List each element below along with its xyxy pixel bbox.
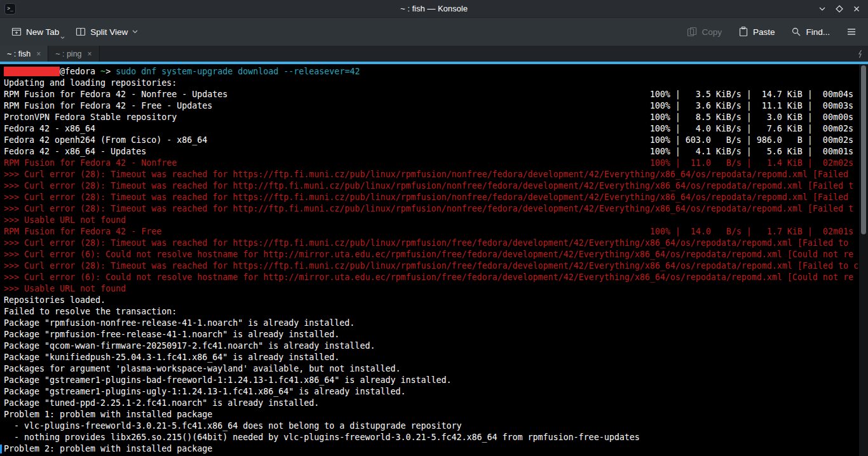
terminal-scrollbar[interactable] — [859, 64, 868, 456]
restore-button[interactable] — [834, 4, 844, 14]
terminal-line: Fedora 42 - x86_64 - Updates 100% | 4.1 … — [0, 146, 859, 158]
terminal-text: Package "kunifiedpush-25.04.3-1.fc41.x86… — [4, 352, 339, 362]
terminal-line: >>> Curl error (28): Timeout was reached… — [0, 238, 859, 249]
terminal-text: @fedora — [60, 67, 100, 76]
terminal-text: >>> Curl error (28): Timeout was reached… — [4, 238, 848, 248]
terminal-text: Failed to resolve the transaction: — [4, 307, 177, 316]
terminal-line: >>> Curl error (28): Timeout was reached… — [0, 180, 859, 192]
terminal-text: >>> Curl error (28): Timeout was reached… — [4, 170, 848, 179]
terminal-text: Updating and loading repositories: — [4, 78, 177, 88]
find-label: Find... — [806, 27, 830, 37]
scrollbar-thumb[interactable] — [861, 65, 866, 234]
terminal-line: >>> Usable URL not found — [0, 215, 859, 226]
chevron-down-icon — [132, 30, 138, 34]
terminal-line: Problem 1: problem with installed packag… — [0, 409, 859, 420]
new-tab-icon — [11, 27, 22, 37]
copy-button[interactable]: Copy — [681, 22, 728, 41]
terminal-text: Problem 2: problem with installed packag… — [4, 444, 212, 453]
terminal-line: Fedora 42 openh264 (From Cisco) - x86_64… — [0, 135, 859, 146]
main-toolbar: New Tab Split View Copy Paste — [0, 18, 868, 46]
terminal-line: Updating and loading repositories: — [0, 77, 859, 89]
terminal-line: RPM Fusion for Fedora 42 - Free 100% | 1… — [0, 226, 859, 238]
terminal-text: >>> Usable URL not found — [4, 215, 126, 225]
terminal-text: Package "gstreamer1-plugins-bad-freeworl… — [4, 375, 451, 385]
window-controls — [817, 0, 862, 18]
close-icon — [852, 4, 861, 13]
paste-icon — [738, 27, 749, 37]
terminal-text: Package "rpmfusion-nonfree-release-41-1.… — [4, 318, 355, 328]
terminal-line: RPM Fusion for Fedora 42 - Nonfree 100% … — [0, 158, 859, 169]
terminal-line: Package "rpmfusion-free-release-41-1.noa… — [0, 329, 859, 340]
find-button[interactable]: Find... — [785, 22, 836, 41]
close-button[interactable] — [851, 4, 862, 14]
redacted-username — [4, 67, 60, 76]
terminal-line: Failed to resolve the transaction: — [0, 306, 859, 318]
terminal-output: @fedora ~> sudo dnf system-upgrade downl… — [0, 64, 859, 456]
terminal-text: RPM Fusion for Fedora 42 - Free - Update… — [4, 101, 853, 111]
terminal-text: >>> Curl error (6): Could not resolve ho… — [4, 272, 853, 282]
terminal-text: RPM Fusion for Fedora 42 - Nonfree 100% … — [4, 158, 853, 168]
minimize-button[interactable] — [817, 4, 827, 14]
titlebar[interactable]: >_ ~ : fish — Konsole — [0, 0, 868, 18]
copy-icon — [687, 27, 697, 37]
terminal-line: RPM Fusion for Fedora 42 - Nonfree - Upd… — [0, 89, 859, 100]
terminal-text: >>> Usable URL not found — [4, 284, 126, 293]
terminal-text: Package "qcom-wwan-firmware-20250917-2.f… — [4, 341, 375, 351]
terminal-line: >>> Curl error (28): Timeout was reached… — [0, 192, 859, 203]
tab-ping[interactable]: ~ : ping × — [48, 46, 99, 62]
hamburger-icon — [846, 27, 857, 37]
terminal-text: ~ — [100, 67, 105, 76]
tab-close-icon[interactable]: × — [88, 50, 92, 58]
chevron-down-icon — [60, 36, 65, 39]
paste-button[interactable]: Paste — [732, 22, 782, 41]
restore-diamond-icon — [835, 4, 844, 13]
terminal-text: Repositories loaded. — [4, 295, 105, 305]
terminal-text: - nothing provides libx265.so.215()(64bi… — [4, 433, 640, 442]
tab-label: ~ : fish — [7, 50, 31, 58]
tab-close-icon[interactable]: × — [36, 50, 41, 58]
terminal-line: - vlc-plugins-freeworld-3.0.21-5.fc41.x8… — [0, 420, 859, 432]
terminal-text: Fedora 42 openh264 (From Cisco) - x86_64… — [4, 135, 853, 145]
terminal-text: Packages for argument 'plasma-workspace-… — [4, 364, 400, 373]
konsole-window: >_ ~ : fish — Konsole New Tab — [0, 0, 868, 456]
tab-bar: ~ : fish × ~ : ping × — [0, 46, 868, 63]
terminal-line: Package "qcom-wwan-firmware-20250917-2.f… — [0, 340, 859, 352]
terminal-text: Problem 1: problem with installed packag… — [4, 410, 212, 419]
terminal-line: @fedora ~> sudo dnf system-upgrade downl… — [0, 66, 859, 77]
terminal-text: Package "gstreamer1-plugins-ugly-1:1.24.… — [4, 387, 405, 396]
copy-label: Copy — [702, 27, 722, 37]
split-view-button[interactable]: Split View — [69, 22, 144, 41]
window-title: ~ : fish — Konsole — [0, 4, 868, 13]
terminal-line: >>> Usable URL not found — [0, 283, 859, 295]
terminal-line: >>> Curl error (6): Could not resolve ho… — [0, 272, 859, 283]
terminal-line: >>> Curl error (6): Could not resolve ho… — [0, 249, 859, 260]
terminal-line: Repositories loaded. — [0, 295, 859, 306]
terminal-text: sudo dnf system-upgrade download --relea… — [116, 67, 360, 76]
terminal-line: Packages for argument 'plasma-workspace-… — [0, 363, 859, 375]
terminal-line: Package "gstreamer1-plugins-bad-freeworl… — [0, 375, 859, 386]
hamburger-menu-button[interactable] — [840, 22, 863, 41]
terminal-line: Package "rpmfusion-nonfree-release-41-1.… — [0, 318, 859, 329]
konsole-app-icon: >_ — [4, 3, 16, 15]
new-tab-button[interactable]: New Tab — [5, 22, 65, 41]
terminal-text: Package "tuned-ppd-2.25.1-2.fc41.noarch"… — [4, 398, 319, 408]
tab-fish[interactable]: ~ : fish × — [0, 46, 48, 62]
terminal-text: Fedora 42 - x86_64 - Updates 100% | 4.1 … — [4, 147, 853, 156]
split-view-icon — [76, 27, 86, 37]
split-view-label: Split View — [90, 27, 128, 37]
terminal-line: Package "gstreamer1-plugins-ugly-1:1.24.… — [0, 386, 859, 398]
terminal-text: >>> Curl error (28): Timeout was reached… — [4, 192, 848, 202]
terminal-text: RPM Fusion for Fedora 42 - Nonfree - Upd… — [4, 90, 853, 99]
terminal-text: >>> Curl error (28): Timeout was reached… — [4, 204, 853, 213]
tab-activity-button[interactable] — [857, 46, 868, 62]
terminal-text: >>> Curl error (28): Timeout was reached… — [4, 261, 858, 271]
terminal-line: - nothing provides libx265.so.215()(64bi… — [0, 432, 859, 443]
terminal-text: Package "rpmfusion-free-release-41-1.noa… — [4, 330, 339, 339]
terminal-line: ProtonVPN Fedora Stable repository 100% … — [0, 112, 859, 123]
search-icon — [791, 27, 801, 37]
terminal-line: Fedora 42 - x86_64 100% | 4.0 KiB/s | 7.… — [0, 123, 859, 135]
terminal-text: >>> Curl error (28): Timeout was reached… — [4, 181, 853, 191]
terminal-text: > — [105, 67, 116, 76]
chevron-down-icon — [818, 4, 827, 13]
terminal-view[interactable]: @fedora ~> sudo dnf system-upgrade downl… — [0, 63, 868, 456]
